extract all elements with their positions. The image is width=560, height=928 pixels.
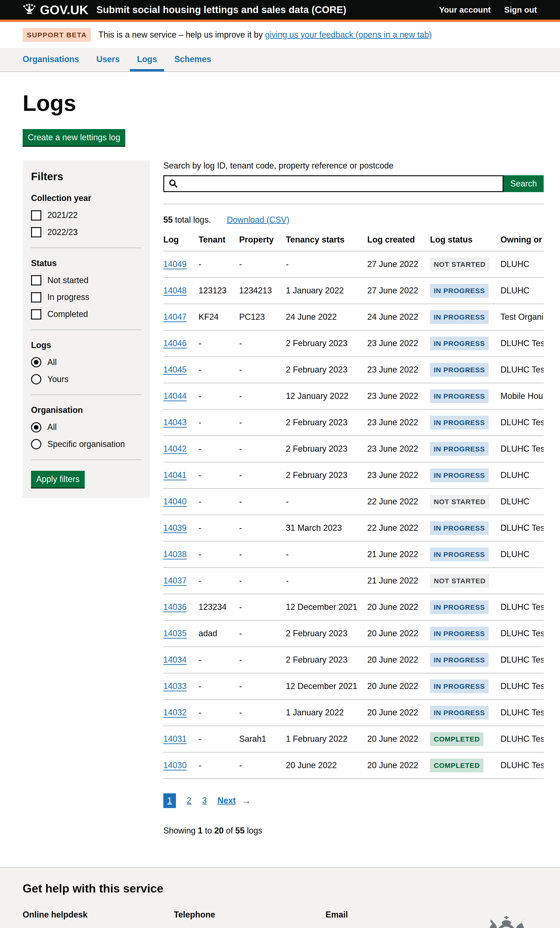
property-cell: -: [239, 462, 286, 488]
table-row: 14034 - - 2 February 2023 20 June 2022 I…: [163, 647, 544, 673]
tenancy-starts-cell: 12 January 2022: [286, 383, 367, 409]
log-id-link[interactable]: 14033: [163, 681, 187, 691]
log-status-cell: IN PROGRESS: [430, 330, 500, 357]
log-id-link[interactable]: 14040: [163, 497, 187, 506]
checkbox-icon[interactable]: [31, 309, 41, 319]
log-id-link[interactable]: 14049: [163, 259, 187, 269]
status-badge: IN PROGRESS: [430, 679, 488, 693]
log-id-link[interactable]: 14036: [163, 602, 187, 612]
pagination-page-1-current[interactable]: 1: [163, 793, 176, 808]
tenant-cell: 123234: [198, 594, 239, 620]
checkbox-option-in-progress[interactable]: In progress: [31, 292, 141, 303]
status-badge: IN PROGRESS: [430, 416, 488, 429]
showing-from: 1: [198, 826, 203, 835]
pagination-page-3[interactable]: 3: [202, 795, 207, 806]
log-id-link[interactable]: 14046: [163, 339, 187, 348]
log-id-link[interactable]: 14043: [163, 418, 187, 427]
radio-option-logs-all[interactable]: All: [31, 357, 141, 368]
property-cell: 1234213: [239, 278, 286, 304]
log-status-cell: IN PROGRESS: [430, 699, 500, 726]
checkbox-icon[interactable]: [31, 292, 41, 302]
log-id-link[interactable]: 14032: [163, 708, 187, 717]
footer-heading: Get help with this service: [23, 881, 537, 896]
log-id-link[interactable]: 14042: [163, 444, 187, 453]
checkbox-option-not-started[interactable]: Not started: [31, 275, 141, 286]
radio-icon[interactable]: [31, 422, 41, 432]
log-id-link[interactable]: 14035: [163, 629, 187, 638]
pagination-page-2[interactable]: 2: [187, 795, 191, 806]
status-badge: IN PROGRESS: [430, 706, 488, 720]
log-id-link[interactable]: 14044: [163, 391, 187, 401]
nav-item-organisations[interactable]: Organisations: [16, 48, 86, 72]
tenancy-starts-cell: 1 January 2022: [286, 699, 367, 726]
log-id-link[interactable]: 14047: [163, 312, 187, 322]
tenant-cell: -: [198, 673, 239, 699]
create-lettings-log-button[interactable]: Create a new lettings log: [23, 129, 125, 146]
filter-group-organisation: Organisation All Specific organisation: [31, 405, 141, 450]
radio-icon[interactable]: [31, 374, 41, 385]
tenancy-starts-cell: 2 February 2023: [286, 647, 367, 673]
status-badge: NOT STARTED: [430, 258, 489, 271]
tenancy-starts-cell: -: [286, 488, 367, 515]
col-header-tenancy-starts: Tenancy starts: [286, 234, 367, 251]
property-cell: -: [239, 568, 286, 594]
service-name[interactable]: Submit social housing lettings and sales…: [96, 3, 346, 16]
log-created-cell: 21 June 2022: [367, 541, 430, 568]
radio-icon[interactable]: [31, 439, 41, 449]
log-id-link[interactable]: 14031: [163, 734, 187, 743]
status-badge: IN PROGRESS: [430, 653, 488, 667]
download-csv-link[interactable]: Download (CSV): [227, 215, 289, 226]
owning-org-cell: DLUHC Tes: [500, 699, 544, 726]
phase-banner-text-before: This is a new service – help us improve …: [98, 30, 265, 40]
filter-group-logs: Logs All Yours: [31, 340, 141, 385]
log-id-link[interactable]: 14030: [163, 760, 187, 770]
tenant-cell: -: [198, 488, 239, 515]
status-badge: IN PROGRESS: [430, 521, 488, 535]
checkbox-icon[interactable]: [31, 227, 41, 237]
log-id-link[interactable]: 14041: [163, 470, 187, 480]
radio-option-logs-yours[interactable]: Yours: [31, 374, 141, 385]
log-id-link[interactable]: 14045: [163, 365, 187, 374]
logs-filter-heading: Logs: [31, 340, 141, 351]
log-id-link[interactable]: 14039: [163, 523, 187, 533]
col-header-log: Log: [163, 234, 198, 251]
search-input[interactable]: [163, 175, 504, 192]
search-label: Search by log ID, tenant code, property …: [163, 160, 544, 171]
log-status-cell: IN PROGRESS: [430, 541, 500, 568]
checkbox-option-completed[interactable]: Completed: [31, 309, 141, 320]
radio-icon[interactable]: [31, 357, 41, 367]
log-id-link[interactable]: 14038: [163, 549, 187, 559]
table-row: 14048 123123 1234213 1 January 2022 27 J…: [163, 278, 544, 304]
feedback-link[interactable]: giving us your feedback (opens in a new …: [265, 30, 432, 40]
logs-table-wrapper: Log Tenant Property Tenancy starts Log c…: [163, 234, 544, 779]
log-status-cell: IN PROGRESS: [430, 304, 500, 330]
apply-filters-button[interactable]: Apply filters: [31, 471, 85, 488]
checkbox-icon[interactable]: [31, 275, 41, 285]
log-id-link[interactable]: 14037: [163, 576, 187, 585]
log-id-link[interactable]: 14048: [163, 286, 187, 295]
your-account-link[interactable]: Your account: [439, 5, 491, 15]
arrow-right-icon: →: [241, 794, 251, 807]
nav-item-schemes[interactable]: Schemes: [167, 48, 218, 72]
tenant-cell: -: [198, 330, 239, 357]
status-badge: IN PROGRESS: [430, 469, 488, 482]
sign-out-link[interactable]: Sign out: [504, 5, 537, 15]
nav-item-users[interactable]: Users: [89, 48, 127, 72]
search-button[interactable]: Search: [504, 175, 544, 192]
tenancy-starts-cell: -: [286, 568, 367, 594]
property-cell: -: [239, 409, 286, 436]
header-logo-group[interactable]: GOV.UK Submit social housing lettings an…: [23, 2, 346, 18]
checkbox-option-2021-22[interactable]: 2021/22: [31, 210, 141, 221]
pagination-next-link[interactable]: Next: [217, 795, 236, 806]
checkbox-icon[interactable]: [31, 210, 41, 221]
log-status-cell: COMPLETED: [430, 752, 500, 778]
col-header-tenant: Tenant: [198, 234, 239, 251]
nav-item-logs[interactable]: Logs: [130, 48, 164, 72]
log-created-cell: 22 June 2022: [367, 488, 430, 515]
radio-option-organisation-all[interactable]: All: [31, 422, 141, 433]
log-id-link[interactable]: 14034: [163, 655, 187, 664]
radio-option-specific-organisation[interactable]: Specific organisation: [31, 439, 141, 450]
log-created-cell: 24 June 2022: [367, 304, 430, 330]
checkbox-option-2022-23[interactable]: 2022/23: [31, 227, 141, 238]
log-created-cell: 20 June 2022: [367, 699, 430, 726]
